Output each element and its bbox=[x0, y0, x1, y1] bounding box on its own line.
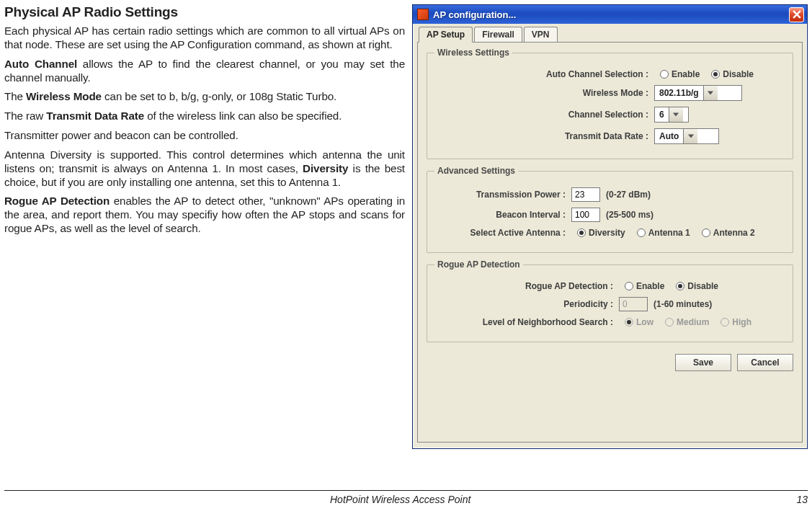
label-rogue-detection: Rogue AP Detection : bbox=[434, 281, 619, 291]
label-beacon-interval: Beacon Interval : bbox=[434, 210, 571, 220]
tab-ap-setup[interactable]: AP Setup bbox=[419, 27, 473, 43]
label-wireless-mode: Wireless Mode : bbox=[434, 88, 654, 98]
radio-label: Medium bbox=[677, 317, 709, 327]
app-icon bbox=[417, 9, 429, 20]
select-value: 6 bbox=[655, 107, 669, 122]
radio-label: Disable bbox=[723, 69, 754, 79]
select-value: Auto bbox=[655, 129, 683, 143]
document-text: Physical AP Radio Settings Each physical… bbox=[4, 4, 405, 449]
label-neighborhood-search: Level of Neighborhood Search : bbox=[434, 317, 619, 327]
radio-search-high bbox=[720, 318, 729, 326]
footer-title: HotPoint Wireless Access Point bbox=[4, 494, 796, 505]
close-icon[interactable] bbox=[789, 7, 804, 22]
page-footer: HotPoint Wireless Access Point 13 bbox=[4, 490, 808, 505]
hint-beacon: (25-500 ms) bbox=[606, 210, 653, 220]
chevron-down-icon bbox=[683, 129, 697, 143]
radio-label: Antenna 2 bbox=[713, 228, 755, 238]
hint-periodicity: (1-60 minutes) bbox=[653, 299, 712, 309]
group-advanced-settings: Advanced Settings Transmission Power : 2… bbox=[427, 171, 793, 253]
radio-label: Antenna 1 bbox=[648, 228, 690, 238]
radio-label: High bbox=[732, 317, 751, 327]
label-transmit-rate: Transmit Data Rate : bbox=[434, 131, 654, 141]
ap-config-window: AP configuration... AP Setup Firewall VP… bbox=[412, 4, 808, 449]
page-heading: Physical AP Radio Settings bbox=[4, 4, 405, 20]
paragraph: The raw Transmit Data Rate of the wirele… bbox=[4, 110, 405, 123]
cancel-button[interactable]: Cancel bbox=[737, 354, 793, 371]
label-active-antenna: Select Active Antenna : bbox=[434, 228, 571, 238]
tab-firewall[interactable]: Firewall bbox=[474, 27, 522, 43]
radio-antenna-diversity[interactable] bbox=[577, 228, 586, 237]
select-channel[interactable]: 6 bbox=[654, 107, 689, 123]
paragraph: Auto Channel allows the AP to find the c… bbox=[4, 58, 405, 85]
radio-auto-channel-disable[interactable] bbox=[711, 70, 720, 79]
radio-label: Low bbox=[636, 317, 653, 327]
radio-label: Enable bbox=[636, 281, 664, 291]
chevron-down-icon bbox=[703, 86, 718, 100]
group-wireless-settings: Wireless Settings Auto Channel Selection… bbox=[427, 53, 793, 159]
paragraph: Antenna Diversity is supported. This con… bbox=[4, 148, 405, 190]
paragraph: The Wireless Mode can be set to b, b/g, … bbox=[4, 90, 405, 104]
input-transmission-power[interactable]: 23 bbox=[571, 187, 600, 202]
radio-search-medium bbox=[665, 318, 674, 326]
input-periodicity: 0 bbox=[619, 297, 648, 311]
paragraph: Rogue AP Detection enables the AP to det… bbox=[4, 195, 405, 236]
hint-power: (0-27 dBm) bbox=[606, 190, 651, 200]
save-button[interactable]: Save bbox=[675, 354, 731, 371]
radio-label: Enable bbox=[672, 69, 700, 79]
group-legend: Rogue AP Detection bbox=[434, 259, 523, 270]
radio-rogue-enable[interactable] bbox=[625, 282, 633, 290]
radio-label: Disable bbox=[687, 281, 718, 291]
tab-vpn[interactable]: VPN bbox=[524, 27, 558, 43]
label-periodicity: Periodicity : bbox=[434, 299, 619, 309]
select-value: 802.11b/g bbox=[655, 86, 703, 100]
page-number: 13 bbox=[796, 494, 808, 505]
select-wireless-mode[interactable]: 802.11b/g bbox=[654, 85, 742, 101]
chevron-down-icon bbox=[669, 107, 683, 122]
paragraph: Transmitter power and beacon can be cont… bbox=[4, 129, 405, 143]
radio-label: Diversity bbox=[589, 228, 625, 238]
radio-search-low bbox=[625, 318, 633, 326]
select-transmit-rate[interactable]: Auto bbox=[654, 128, 719, 144]
label-transmission-power: Transmission Power : bbox=[434, 190, 571, 200]
label-auto-channel: Auto Channel Selection : bbox=[434, 69, 654, 79]
group-legend: Advanced Settings bbox=[434, 166, 518, 176]
radio-antenna-2[interactable] bbox=[702, 228, 710, 237]
group-rogue-ap: Rogue AP Detection Rogue AP Detection : … bbox=[427, 265, 793, 342]
radio-rogue-disable[interactable] bbox=[676, 282, 684, 290]
window-titlebar[interactable]: AP configuration... bbox=[413, 5, 807, 24]
window-title: AP configuration... bbox=[433, 9, 516, 20]
input-beacon-interval[interactable]: 100 bbox=[571, 208, 600, 222]
radio-auto-channel-enable[interactable] bbox=[660, 70, 669, 79]
group-legend: Wireless Settings bbox=[434, 48, 512, 58]
label-channel-selection: Channel Selection : bbox=[434, 110, 654, 120]
paragraph: Each physical AP has certain radio setti… bbox=[4, 25, 405, 52]
radio-antenna-1[interactable] bbox=[637, 228, 646, 237]
